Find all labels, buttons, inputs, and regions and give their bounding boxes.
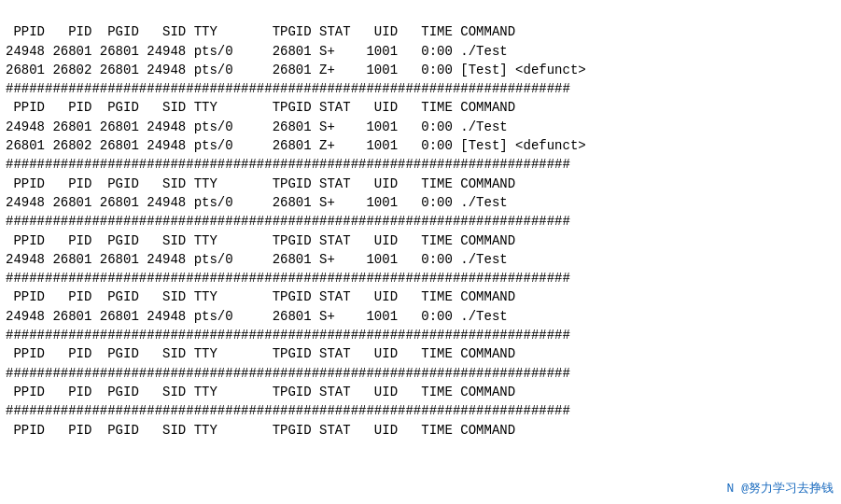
header-line: PPID PID PGID SID TTY TPGID STAT UID TIM… xyxy=(6,22,835,41)
data-line: 24948 26801 26801 24948 pts/0 26801 S+ 1… xyxy=(6,118,835,136)
separator-line: ########################################… xyxy=(6,401,835,420)
separator-line: ########################################… xyxy=(6,212,835,231)
data-line: 24948 26801 26801 24948 pts/0 26801 S+ 1… xyxy=(6,42,835,61)
data-line: 24948 26801 26801 24948 pts/0 26801 S+ 1… xyxy=(6,250,835,269)
separator-line: ########################################… xyxy=(6,326,835,344)
header-line: PPID PID PGID SID TTY TPGID STAT UID TIM… xyxy=(6,98,835,117)
data-line: 24948 26801 26801 24948 pts/0 26801 S+ 1… xyxy=(6,307,835,326)
separator-line: ########################################… xyxy=(6,79,835,98)
data-line: 26801 26802 26801 24948 pts/0 26801 Z+ 1… xyxy=(6,136,835,155)
separator-line: ########################################… xyxy=(6,364,835,383)
header-line: PPID PID PGID SID TTY TPGID STAT UID TIM… xyxy=(6,383,835,401)
header-line: PPID PID PGID SID TTY TPGID STAT UID TIM… xyxy=(6,287,835,306)
header-line: PPID PID PGID SID TTY TPGID STAT UID TIM… xyxy=(6,421,835,440)
data-line: 24948 26801 26801 24948 pts/0 26801 S+ 1… xyxy=(6,193,835,212)
separator-line: ########################################… xyxy=(6,155,835,174)
watermark: N @努力学习去挣钱 xyxy=(727,480,834,497)
header-line: PPID PID PGID SID TTY TPGID STAT UID TIM… xyxy=(6,231,835,250)
data-line: 26801 26802 26801 24948 pts/0 26801 Z+ 1… xyxy=(6,61,835,79)
header-line: PPID PID PGID SID TTY TPGID STAT UID TIM… xyxy=(6,344,835,363)
separator-line: ########################################… xyxy=(6,269,835,287)
header-line: PPID PID PGID SID TTY TPGID STAT UID TIM… xyxy=(6,175,835,193)
terminal-output: PPID PID PGID SID TTY TPGID STAT UID TIM… xyxy=(0,0,841,443)
